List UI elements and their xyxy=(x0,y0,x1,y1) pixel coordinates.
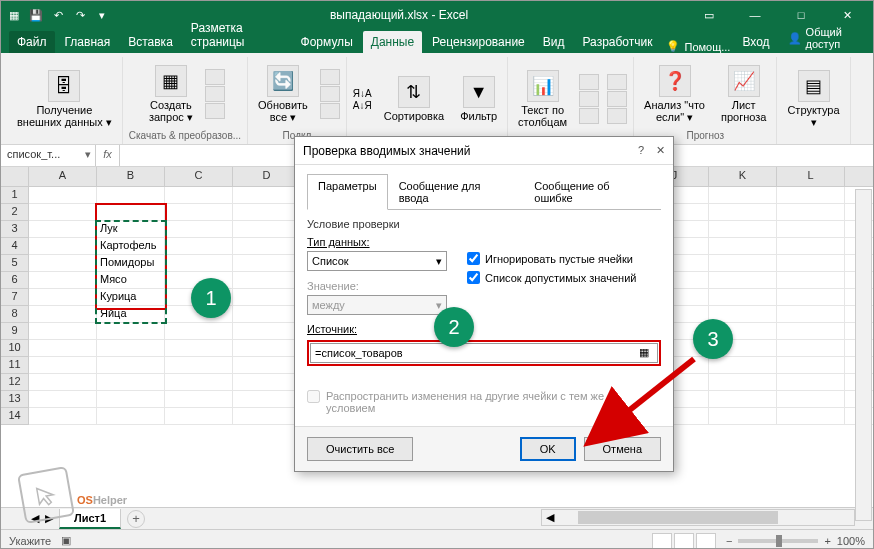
cell[interactable] xyxy=(29,187,97,204)
qat-dropdown-icon[interactable]: ▾ xyxy=(93,6,111,24)
cell[interactable] xyxy=(165,238,233,255)
cell[interactable] xyxy=(777,323,845,340)
select-all-corner[interactable] xyxy=(1,167,29,187)
cell[interactable] xyxy=(29,306,97,323)
cell[interactable] xyxy=(777,340,845,357)
cell[interactable] xyxy=(709,238,777,255)
cell[interactable] xyxy=(29,289,97,306)
conn-icon[interactable] xyxy=(320,69,340,85)
cell[interactable] xyxy=(709,289,777,306)
cell[interactable] xyxy=(97,340,165,357)
cell[interactable] xyxy=(709,204,777,221)
cell[interactable] xyxy=(777,204,845,221)
cell[interactable]: Яйца xyxy=(97,306,165,323)
tab-review[interactable]: Рецензирование xyxy=(424,31,533,53)
row-header[interactable]: 8 xyxy=(1,306,28,323)
dialog-close-icon[interactable]: ✕ xyxy=(656,144,665,157)
cell[interactable] xyxy=(777,391,845,408)
cell[interactable] xyxy=(29,374,97,391)
undo-icon[interactable]: ↶ xyxy=(49,6,67,24)
cell[interactable] xyxy=(97,408,165,425)
tool-icon[interactable] xyxy=(579,91,599,107)
outline-button[interactable]: ▤Структура ▾ xyxy=(783,68,843,130)
cell[interactable] xyxy=(233,340,301,357)
cell[interactable] xyxy=(165,391,233,408)
macro-record-icon[interactable]: ▣ xyxy=(61,534,71,547)
tab-home[interactable]: Главная xyxy=(57,31,119,53)
filter-button[interactable]: ▼Фильтр xyxy=(456,74,501,124)
cell[interactable] xyxy=(233,204,301,221)
cell[interactable] xyxy=(709,255,777,272)
help-icon[interactable]: ? xyxy=(638,144,644,157)
cell[interactable] xyxy=(777,187,845,204)
save-icon[interactable]: 💾 xyxy=(27,6,45,24)
tool-icon[interactable] xyxy=(607,108,627,124)
cell[interactable]: Курица xyxy=(97,289,165,306)
name-box[interactable]: список_т... xyxy=(1,145,96,166)
tab-parameters[interactable]: Параметры xyxy=(307,174,388,210)
zoom-slider[interactable] xyxy=(738,539,818,543)
query-icon[interactable] xyxy=(205,69,225,85)
cell[interactable] xyxy=(777,289,845,306)
clear-all-button[interactable]: Очистить все xyxy=(307,437,413,461)
row-header[interactable]: 5 xyxy=(1,255,28,272)
whatif-button[interactable]: ❓Анализ "что если" ▾ xyxy=(640,63,709,125)
row-header[interactable]: 7 xyxy=(1,289,28,306)
cell[interactable]: Помидоры xyxy=(97,255,165,272)
cell[interactable] xyxy=(233,272,301,289)
cell[interactable] xyxy=(29,272,97,289)
cell[interactable] xyxy=(233,391,301,408)
row-header[interactable]: 3 xyxy=(1,221,28,238)
col-header[interactable]: K xyxy=(709,167,777,186)
ok-button[interactable]: OK xyxy=(520,437,576,461)
cell[interactable] xyxy=(165,340,233,357)
cell[interactable] xyxy=(233,323,301,340)
redo-icon[interactable]: ↷ xyxy=(71,6,89,24)
forecast-button[interactable]: 📈Лист прогноза xyxy=(717,63,770,125)
view-pagebreak-icon[interactable] xyxy=(696,533,716,549)
cell[interactable]: Картофель xyxy=(97,238,165,255)
cell[interactable] xyxy=(709,391,777,408)
external-data-button[interactable]: 🗄Получение внешних данных ▾ xyxy=(13,68,116,130)
tab-input-message[interactable]: Сообщение для ввода xyxy=(388,174,524,210)
tell-me[interactable]: 💡 Помощ... xyxy=(666,40,730,53)
cell[interactable] xyxy=(29,255,97,272)
zoom-level[interactable]: 100% xyxy=(837,535,865,547)
tool-icon[interactable] xyxy=(607,74,627,90)
tab-insert[interactable]: Вставка xyxy=(120,31,181,53)
view-normal-icon[interactable] xyxy=(652,533,672,549)
cell[interactable] xyxy=(709,357,777,374)
cell[interactable] xyxy=(29,238,97,255)
cell[interactable] xyxy=(777,306,845,323)
minimize-icon[interactable]: — xyxy=(733,2,777,28)
cell[interactable] xyxy=(165,221,233,238)
cell[interactable] xyxy=(29,357,97,374)
cell[interactable] xyxy=(165,255,233,272)
cell[interactable] xyxy=(233,408,301,425)
query-icon[interactable] xyxy=(205,103,225,119)
add-sheet-button[interactable]: + xyxy=(127,510,145,528)
cell[interactable]: Лук xyxy=(97,221,165,238)
cell[interactable] xyxy=(233,221,301,238)
new-query-button[interactable]: ▦Создать запрос ▾ xyxy=(145,63,197,125)
conn-icon[interactable] xyxy=(320,103,340,119)
cell[interactable] xyxy=(165,204,233,221)
tab-view[interactable]: Вид xyxy=(535,31,573,53)
tab-developer[interactable]: Разработчик xyxy=(575,31,661,53)
cell[interactable] xyxy=(777,255,845,272)
cell[interactable] xyxy=(233,187,301,204)
tab-layout[interactable]: Разметка страницы xyxy=(183,17,291,53)
cell[interactable] xyxy=(29,391,97,408)
row-header[interactable]: 1 xyxy=(1,187,28,204)
cell[interactable] xyxy=(29,340,97,357)
cell[interactable] xyxy=(165,357,233,374)
row-header[interactable]: 13 xyxy=(1,391,28,408)
cell[interactable] xyxy=(97,204,165,221)
cell[interactable] xyxy=(233,306,301,323)
col-header[interactable]: M xyxy=(845,167,874,186)
cell[interactable] xyxy=(165,323,233,340)
col-header[interactable]: D xyxy=(233,167,301,186)
tool-icon[interactable] xyxy=(607,91,627,107)
share-button[interactable]: 👤 Общий доступ xyxy=(780,23,873,53)
cell[interactable] xyxy=(709,187,777,204)
